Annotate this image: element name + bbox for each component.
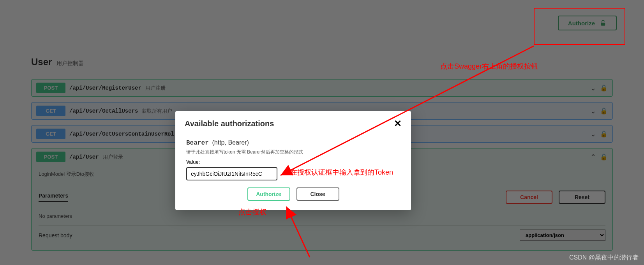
close-icon[interactable]: ✕ xyxy=(394,118,402,129)
authorizations-modal: Available authorizations ✕ Bearer (http,… xyxy=(175,111,411,210)
scheme-name: Bearer xyxy=(186,140,209,147)
token-input[interactable] xyxy=(186,167,277,180)
modal-title: Available authorizations xyxy=(185,119,274,128)
scheme-type: (http, Bearer) xyxy=(212,139,249,146)
scheme-header: Bearer (http, Bearer) xyxy=(186,139,400,147)
modal-close-button[interactable]: Close xyxy=(296,187,339,201)
modal-authorize-button[interactable]: Authorize xyxy=(247,187,290,201)
value-label: Value: xyxy=(186,159,400,165)
scheme-note: 请于此处直接填写token 无需 Bearer然后再加空格的形式 xyxy=(186,149,400,155)
watermark: CSDN @黑夜中的潜行者 xyxy=(569,254,639,262)
